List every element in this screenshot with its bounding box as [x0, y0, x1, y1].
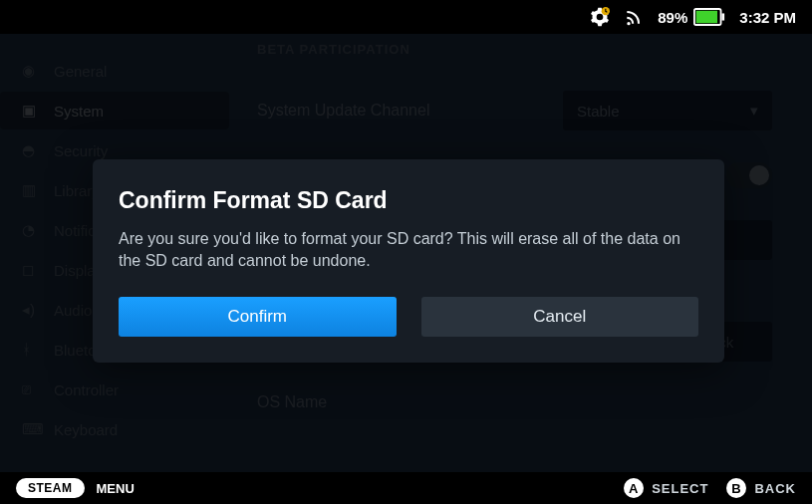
steam-button[interactable]: STEAM: [16, 478, 85, 498]
footer-bar: STEAM MENU A SELECT B BACK: [0, 472, 812, 504]
menu-label: MENU: [97, 481, 135, 496]
format-sd-dialog: Confirm Format SD Card Are you sure you'…: [93, 159, 724, 363]
cancel-button[interactable]: Cancel: [421, 297, 699, 337]
clock: 3:32 PM: [739, 9, 796, 26]
b-button-icon: B: [726, 478, 746, 498]
status-bar: 89% 3:32 PM: [0, 0, 812, 34]
gear-badge-icon: [590, 7, 610, 27]
a-button-icon: A: [624, 478, 644, 498]
svg-rect-2: [722, 13, 725, 20]
svg-rect-3: [696, 11, 717, 23]
wifi-rss-icon: [624, 7, 644, 27]
battery-percent: 89%: [658, 9, 687, 26]
battery-indicator: 89%: [658, 8, 725, 26]
hint-select: A SELECT: [624, 478, 708, 498]
battery-icon: [693, 8, 725, 26]
hint-back: B BACK: [726, 478, 796, 498]
dialog-body: Are you sure you'd like to format your S…: [119, 228, 698, 271]
hint-back-label: BACK: [754, 481, 796, 496]
dialog-title: Confirm Format SD Card: [119, 187, 698, 214]
hint-select-label: SELECT: [652, 481, 708, 496]
dialog-button-row: Confirm Cancel: [119, 297, 698, 337]
confirm-button[interactable]: Confirm: [119, 297, 397, 337]
